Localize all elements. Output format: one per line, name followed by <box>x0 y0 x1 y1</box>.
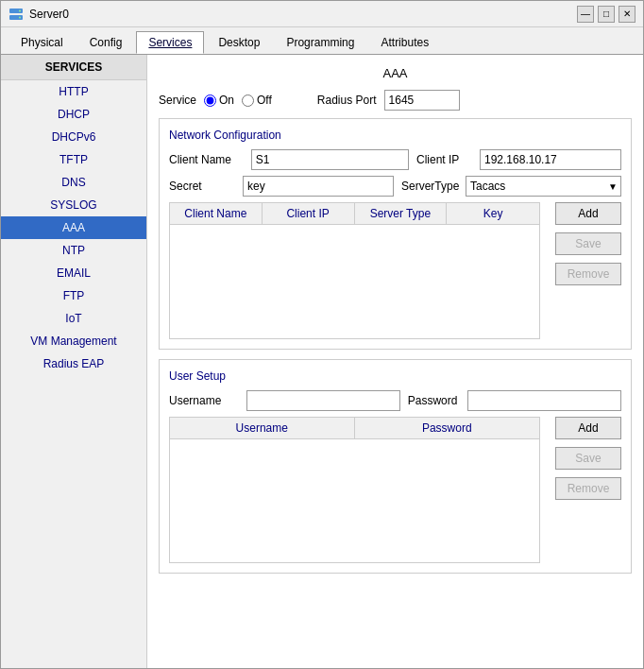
network-config-row1: Client Name Client IP <box>169 149 621 170</box>
close-button[interactable]: ✕ <box>619 6 636 23</box>
sidebar-item-iot[interactable]: IoT <box>1 307 146 330</box>
tab-bar: Physical Config Services Desktop Program… <box>1 27 643 55</box>
tab-physical[interactable]: Physical <box>8 31 76 54</box>
client-ip-input[interactable] <box>480 149 621 170</box>
client-name-label: Client Name <box>169 153 244 166</box>
client-ip-label: Client IP <box>416 153 472 166</box>
sidebar-scroll: HTTP DHCP DHCPv6 TFTP DNS SYSLOG AAA NTP… <box>1 80 146 668</box>
radio-group-service: On Off <box>204 94 272 107</box>
radius-port-input[interactable]: 1645 <box>384 90 460 111</box>
server-type-wrapper: Tacacs Radius ▼ <box>466 176 621 197</box>
network-table-header: Client Name Client IP Server Type Key <box>170 203 539 225</box>
sidebar-item-tftp[interactable]: TFTP <box>1 148 146 171</box>
tab-programming[interactable]: Programming <box>274 31 366 54</box>
main-window: Server0 — □ ✕ Physical Config Services D… <box>0 0 644 669</box>
network-config-row2: Secret ServerType Tacacs Radius ▼ <box>169 176 621 197</box>
username-label: Username <box>169 394 239 407</box>
password-label: Password <box>408 394 461 407</box>
client-name-input[interactable] <box>251 149 409 170</box>
tab-services[interactable]: Services <box>136 31 204 54</box>
user-setup-section: User Setup Username Password Username Pa… <box>159 359 632 574</box>
user-action-buttons: Add Save Remove <box>555 417 621 563</box>
title-bar: Server0 — □ ✕ <box>1 1 643 27</box>
title-bar-controls: — □ ✕ <box>577 6 636 23</box>
user-save-button[interactable]: Save <box>555 447 621 470</box>
sidebar-item-dhcpv6[interactable]: DHCPv6 <box>1 126 146 148</box>
sidebar-item-dns[interactable]: DNS <box>1 171 146 194</box>
content-area: SERVICES HTTP DHCP DHCPv6 TFTP DNS SYSLO… <box>1 55 643 668</box>
main-content: AAA Service On Off Radius Port 1645 <box>147 55 643 668</box>
network-action-buttons: Add Save Remove <box>555 202 621 339</box>
col-client-ip: Client IP <box>263 203 355 224</box>
svg-point-3 <box>19 16 21 18</box>
svg-point-2 <box>19 9 21 11</box>
sidebar-item-http[interactable]: HTTP <box>1 80 146 103</box>
radio-off-label[interactable]: Off <box>242 94 272 107</box>
on-label: On <box>219 94 234 107</box>
col-key: Key <box>447 203 539 224</box>
user-table-header: Username Password <box>170 418 539 439</box>
service-row: Service On Off Radius Port 1645 <box>159 90 632 111</box>
sidebar: SERVICES HTTP DHCP DHCPv6 TFTP DNS SYSLO… <box>1 55 147 668</box>
off-label: Off <box>257 94 272 107</box>
network-config-section: Network Configuration Client Name Client… <box>159 118 632 350</box>
network-save-button[interactable]: Save <box>555 232 621 255</box>
user-setup-row1: Username Password <box>169 390 621 411</box>
minimize-button[interactable]: — <box>577 6 594 23</box>
sidebar-item-aaa[interactable]: AAA <box>1 216 146 239</box>
radio-on-label[interactable]: On <box>204 94 234 107</box>
maximize-button[interactable]: □ <box>598 6 615 23</box>
tab-attributes[interactable]: Attributes <box>368 31 441 54</box>
secret-label: Secret <box>169 180 235 193</box>
sidebar-item-ftp[interactable]: FTP <box>1 284 146 307</box>
user-table-body <box>170 439 539 562</box>
user-col-password: Password <box>355 418 540 438</box>
network-add-button[interactable]: Add <box>555 202 621 225</box>
user-table-section: Username Password Add Save Remove <box>169 417 621 563</box>
server-icon <box>8 7 24 22</box>
radio-off[interactable] <box>242 94 254 107</box>
col-server-type: Server Type <box>355 203 448 224</box>
sidebar-header: SERVICES <box>1 55 146 80</box>
server-type-label: ServerType <box>401 180 458 193</box>
password-input[interactable] <box>467 390 621 411</box>
sidebar-item-email[interactable]: EMAIL <box>1 262 146 284</box>
col-client-name: Client Name <box>170 203 263 224</box>
user-col-username: Username <box>170 418 355 438</box>
tab-desktop[interactable]: Desktop <box>206 31 272 54</box>
radio-on[interactable] <box>204 94 216 107</box>
section-title: AAA <box>159 66 632 80</box>
service-label: Service <box>159 94 196 107</box>
sidebar-item-syslog[interactable]: SYSLOG <box>1 194 146 216</box>
title-bar-left: Server0 <box>8 7 69 22</box>
network-config-title: Network Configuration <box>169 129 621 142</box>
sidebar-item-ntp[interactable]: NTP <box>1 239 146 262</box>
network-table: Client Name Client IP Server Type Key <box>169 202 540 339</box>
radius-port-label: Radius Port <box>317 94 377 107</box>
username-input[interactable] <box>246 390 400 411</box>
user-table: Username Password <box>169 417 540 563</box>
network-table-body <box>170 225 539 338</box>
network-table-section: Client Name Client IP Server Type Key Ad… <box>169 202 621 339</box>
server-type-select[interactable]: Tacacs Radius <box>466 176 621 197</box>
user-setup-title: User Setup <box>169 369 621 383</box>
user-add-button[interactable]: Add <box>555 417 621 439</box>
network-remove-button[interactable]: Remove <box>555 263 621 285</box>
tab-config[interactable]: Config <box>77 31 135 54</box>
sidebar-item-vm-management[interactable]: VM Management <box>1 330 146 352</box>
user-remove-button[interactable]: Remove <box>555 477 621 500</box>
secret-input[interactable] <box>243 176 394 197</box>
sidebar-item-dhcp[interactable]: DHCP <box>1 103 146 126</box>
window-title: Server0 <box>29 8 69 21</box>
sidebar-item-radius-eap[interactable]: Radius EAP <box>1 352 146 375</box>
